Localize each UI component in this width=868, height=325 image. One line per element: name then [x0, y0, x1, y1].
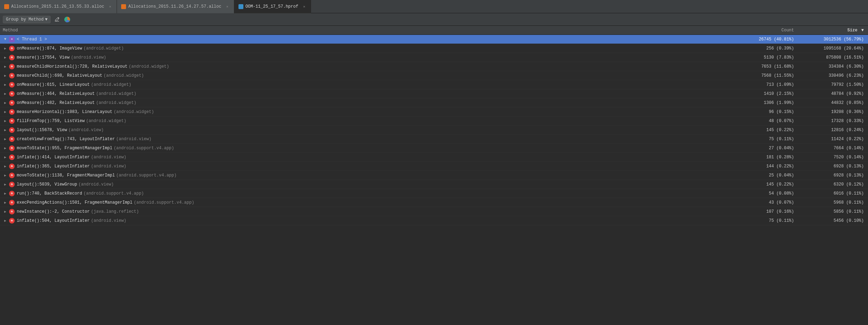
table-row[interactable]: ▶ m createViewFromTag():743, LayoutInfla… [0, 135, 868, 144]
row-content: ▶ m layout():15678, View (android.view) [0, 127, 728, 133]
method-name: layout():15678, View [17, 128, 67, 133]
column-headers: Method Count Size ▼ [0, 26, 868, 35]
expand-arrow[interactable]: ▶ [3, 182, 8, 187]
expand-arrow[interactable]: ▶ [3, 46, 8, 51]
expand-arrow[interactable]: ▶ [3, 55, 8, 60]
edit-icon-button[interactable] [53, 15, 61, 24]
tab-label-1: Allocations_2015.11.26_13.55.33.alloc [11, 4, 104, 9]
method-package: (android.support.v4.app) [83, 191, 144, 196]
expand-arrow[interactable]: ▶ [3, 209, 8, 214]
method-name: execPendingActions():1501, FragmentManag… [17, 200, 132, 205]
expand-arrow[interactable]: ▶ [3, 173, 8, 178]
row-size: 875808 (16.51%) [798, 55, 868, 60]
row-size: 6928 (0.13%) [798, 173, 868, 178]
tab-close-3[interactable]: ✕ [302, 4, 307, 9]
method-package: (android.view) [68, 128, 104, 133]
method-icon: m [9, 182, 15, 187]
row-count: 54 (0.08%) [728, 191, 798, 196]
table-row[interactable]: ▶ m newInstance():-2, Constructor (java.… [0, 207, 868, 216]
expand-arrow[interactable]: ▶ [3, 100, 8, 105]
tab-alloc-1[interactable]: Allocations_2015.11.26_13.55.33.alloc ✕ [0, 0, 117, 13]
method-package: (android.widget) [91, 82, 131, 87]
size-column-header[interactable]: Size ▼ [798, 28, 868, 33]
table-row[interactable]: ▶ m onMeasure():482, RelativeLayout (and… [0, 98, 868, 107]
expand-arrow[interactable]: ▶ [3, 218, 8, 223]
table-row[interactable]: ▶ m measureHorizontal():1083, LinearLayo… [0, 107, 868, 116]
tab-hprof[interactable]: OOM-11_25_17_57.hprof ✕ [234, 0, 311, 13]
row-count: 48 (0.07%) [728, 119, 798, 123]
toolbar: Group by Method ▼ [0, 13, 868, 26]
table-row[interactable]: ▶ m onMeasure():464, RelativeLayout (and… [0, 89, 868, 98]
row-size: 11424 (0.22%) [798, 137, 868, 142]
edit-icon [54, 17, 60, 22]
expand-arrow[interactable]: ▶ [3, 91, 8, 96]
method-icon: m [9, 209, 15, 214]
expand-arrow[interactable]: ▶ [3, 119, 8, 123]
row-count: 7653 (11.68%) [728, 64, 798, 69]
thread-label: < Thread 1 > [17, 37, 47, 42]
thread-size: 3012536 (56.79%) [798, 37, 868, 42]
table-row[interactable]: ▶ m onMeasure():874, ImageView (android.… [0, 44, 868, 53]
expand-arrow[interactable]: ▶ [3, 137, 8, 142]
thread-row[interactable]: ▼ ≡ < Thread 1 > 26745 (40.81%) 3012536 … [0, 35, 868, 44]
method-package: (android.widget) [96, 100, 136, 105]
row-count: 181 (0.28%) [728, 155, 798, 160]
table-row[interactable]: ▶ m measureChildHorizontal():728, Relati… [0, 62, 868, 71]
table-row[interactable]: ▶ m onMeasure():615, LinearLayout (andro… [0, 80, 868, 89]
tab-close-1[interactable]: ✕ [108, 4, 112, 9]
expand-arrow[interactable]: ▶ [3, 164, 8, 169]
group-by-button[interactable]: Group by Method ▼ [3, 16, 51, 23]
row-count: 25 (0.04%) [728, 173, 798, 178]
table-row[interactable]: ▶ m measure():17554, View (android.view)… [0, 53, 868, 62]
method-package: (android.view) [116, 137, 152, 142]
method-package: (android.view) [91, 164, 126, 169]
expand-arrow[interactable]: ▶ [3, 82, 8, 87]
row-size: 6928 (0.13%) [798, 164, 868, 169]
row-size: 330496 (6.23%) [798, 73, 868, 78]
expand-arrow[interactable]: ▶ [3, 155, 8, 160]
tab-close-2[interactable]: ✕ [225, 4, 230, 9]
expand-arrow[interactable]: ▶ [3, 64, 8, 69]
table-row[interactable]: ▶ m layout():5039, ViewGroup (android.vi… [0, 180, 868, 189]
table-row[interactable]: ▶ m fillFromTop():759, ListView (android… [0, 116, 868, 126]
table-row[interactable]: ▶ m moveToState():1138, FragmentManagerI… [0, 171, 868, 180]
expand-arrow[interactable]: ▶ [3, 109, 8, 114]
method-package: (android.widget) [129, 64, 169, 69]
expand-arrow[interactable]: ▶ [3, 146, 8, 151]
row-count: 7568 (11.55%) [728, 73, 798, 78]
expand-arrow[interactable]: ▶ [3, 128, 8, 133]
method-icon: m [9, 118, 15, 124]
row-count: 256 (0.39%) [728, 46, 798, 51]
row-content: ▶ m onMeasure():615, LinearLayout (andro… [0, 82, 728, 88]
expand-arrow[interactable]: ▶ [3, 73, 8, 78]
method-name: measureHorizontal():1083, LinearLayout [17, 109, 112, 114]
table-row[interactable]: ▶ m inflate():414, LayoutInflater (andro… [0, 153, 868, 162]
table-row[interactable]: ▶ m execPendingActions():1501, FragmentM… [0, 198, 868, 207]
row-size: 5968 (0.11%) [798, 200, 868, 205]
expand-arrow[interactable]: ▶ [3, 191, 8, 196]
expand-arrow[interactable]: ▶ [3, 200, 8, 205]
table-row[interactable]: ▶ m run():740, BackStackRecord (android.… [0, 189, 868, 198]
method-column-header[interactable]: Method [0, 28, 728, 33]
thread-expand-arrow[interactable]: ▼ [3, 37, 8, 42]
table-row[interactable]: ▶ m layout():15678, View (android.view) … [0, 126, 868, 135]
tab-alloc-2[interactable]: Allocations_2015.11.26_14.27.57.alloc ✕ [117, 0, 234, 13]
table-row[interactable]: ▶ m measureChild():698, RelativeLayout (… [0, 71, 868, 80]
row-count: 145 (0.22%) [728, 182, 798, 187]
method-name: inflate():504, LayoutInflater [17, 218, 90, 223]
table-row[interactable]: ▶ m inflate():504, LayoutInflater (andro… [0, 216, 868, 225]
count-column-header[interactable]: Count [728, 28, 798, 33]
tab-label-3: OOM-11_25_17_57.hprof [245, 4, 298, 9]
thread-row-content: ▼ ≡ < Thread 1 > [0, 37, 728, 42]
pie-chart-button[interactable] [63, 15, 72, 24]
table-row[interactable]: ▶ m moveToState():955, FragmentManagerIm… [0, 144, 868, 153]
method-icon: m [9, 73, 15, 78]
row-count: 43 (0.07%) [728, 200, 798, 205]
row-content: ▶ m onMeasure():482, RelativeLayout (and… [0, 100, 728, 106]
table-row[interactable]: ▶ m inflate():365, LayoutInflater (andro… [0, 162, 868, 171]
pie-chart-icon [64, 16, 71, 23]
row-count: 75 (0.11%) [728, 137, 798, 142]
method-icon: m [9, 218, 15, 224]
method-name: measureChildHorizontal():728, RelativeLa… [17, 64, 127, 69]
method-name: onMeasure():874, ImageView [17, 46, 82, 51]
